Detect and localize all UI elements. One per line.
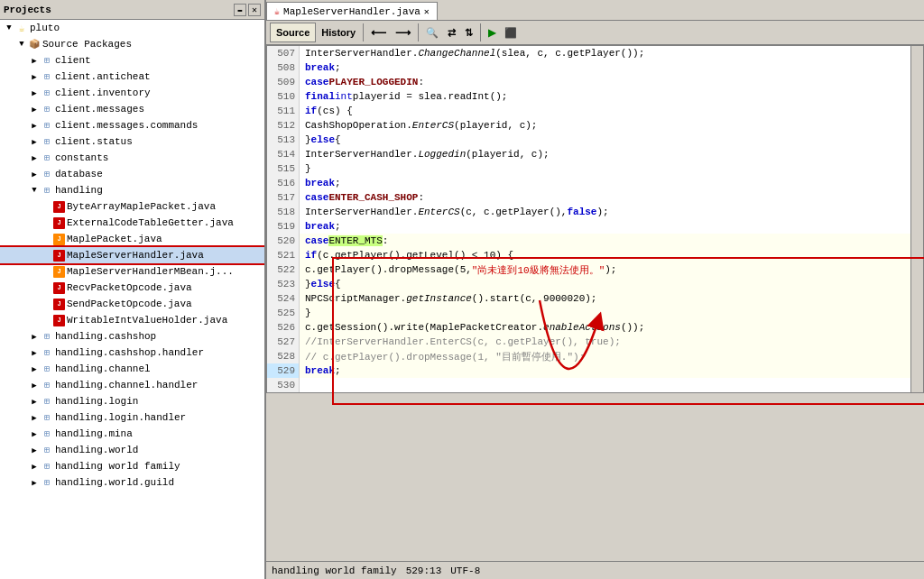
tree-item-client-status[interactable]: ▶⊞client.status	[0, 133, 264, 150]
package-icon: ⊞	[41, 460, 53, 473]
tree-label: handling.cashshop.handler	[55, 347, 204, 358]
tree-label: handling.world	[55, 445, 138, 455]
line-number: 512	[267, 118, 299, 133]
tree-label: WritableIntValueHolder.java	[67, 315, 227, 326]
java-icon: J	[53, 299, 65, 310]
code-line: NPCScriptManager.getInstance().start(c, …	[300, 291, 910, 306]
line-number: 518	[267, 205, 299, 219]
package-icon: ⊞	[41, 103, 53, 115]
tree-item-MapleServerHandler[interactable]: ▶JMapleServerHandler.java	[0, 247, 264, 263]
tree-item-MaplePacket[interactable]: ▶JMaplePacket.java	[0, 231, 264, 247]
tree-item-client-messages-commands[interactable]: ▶⊞client.messages.commands	[0, 117, 264, 133]
expand-icon: ▶	[29, 477, 40, 488]
source-tab-button[interactable]: Source	[270, 23, 316, 42]
tree-label: handling.world.guild	[55, 477, 174, 488]
right-panel: ☕ MapleServerHandler.java ✕ Source Histo…	[266, 0, 924, 579]
tree-label: RecvPacketOpcode.java	[67, 282, 192, 293]
tree-item-handling-channel-handler[interactable]: ▶⊞handling.channel.handler	[0, 377, 264, 393]
code-area[interactable]: InterServerHandler.ChangeChannel(slea, c…	[300, 46, 910, 392]
vertical-scrollbar[interactable]	[910, 46, 923, 392]
line-number: 515	[267, 161, 299, 176]
tree-item-handling-world[interactable]: ▶⊞handling.world	[0, 442, 264, 458]
line-number: 516	[267, 176, 299, 190]
toolbar-back-button[interactable]: ⟵	[367, 23, 390, 42]
code-line: InterServerHandler.Loggedin(playerid, c)…	[300, 147, 910, 161]
code-line: InterServerHandler.ChangeChannel(slea, c…	[300, 46, 910, 60]
tree-item-client-anticheat[interactable]: ▶⊞client.anticheat	[0, 69, 264, 85]
status-encoding: UTF-8	[450, 565, 480, 576]
line-number: 523	[267, 277, 299, 291]
code-line: break;	[300, 60, 910, 75]
package-icon: ⊞	[41, 411, 53, 424]
toolbar-sep-2	[418, 23, 419, 41]
tree-item-client[interactable]: ▶⊞client	[0, 52, 264, 69]
tree-item-client-inventory[interactable]: ▶⊞client.inventory	[0, 85, 264, 101]
status-text: handling world family	[272, 565, 397, 576]
tree-item-MapleServerHandlerMBean[interactable]: ▶JMapleServerHandlerMBean.j...	[0, 263, 264, 280]
tree-label: MapleServerHandlerMBean.j...	[67, 266, 234, 277]
tab-label: MapleServerHandler.java	[283, 6, 420, 17]
line-number: 521	[267, 248, 299, 262]
java-icon: J	[53, 250, 65, 262]
panel-close-button[interactable]: ✕	[248, 4, 261, 16]
code-line: c.getPlayer().dropMessage(5, "尚未達到10級將無法…	[300, 262, 910, 277]
code-line: break;	[300, 363, 910, 378]
code-line	[300, 378, 910, 392]
tree-label: handling.cashshop	[55, 331, 156, 342]
tree-item-handling-cashshop-handler[interactable]: ▶⊞handling.cashshop.handler	[0, 345, 264, 361]
java-icon: J	[53, 315, 65, 326]
tree-item-handling-channel[interactable]: ▶⊞handling.channel	[0, 361, 264, 377]
project-icon: ☕	[15, 22, 28, 34]
line-number: 522	[267, 262, 299, 277]
tree-label: database	[55, 169, 103, 179]
tree-label: client.anticheat	[55, 71, 151, 82]
toolbar-toggle-button[interactable]: ⇅	[461, 23, 476, 42]
tree-item-handling[interactable]: ▼⊞handling	[0, 182, 264, 198]
tree-item-client-messages[interactable]: ▶⊞client.messages	[0, 101, 264, 117]
toolbar-replace-button[interactable]: ⇄	[444, 23, 459, 42]
tree-item-ExternalCodeTableGetter[interactable]: ▶JExternalCodeTableGetter.java	[0, 215, 264, 231]
tree-item-WritableIntValueHolder[interactable]: ▶JWritableIntValueHolder.java	[0, 312, 264, 328]
tree-label: Source Packages	[42, 39, 132, 50]
toolbar-sep-3	[480, 23, 481, 41]
toolbar-fwd-button[interactable]: ⟶	[392, 23, 414, 42]
tree-item-constants[interactable]: ▶⊞constants	[0, 150, 264, 166]
editor-tab-maplesrv[interactable]: ☕ MapleServerHandler.java ✕	[266, 2, 438, 20]
expand-icon: ▶	[29, 136, 40, 147]
toolbar-search-button[interactable]: 🔍	[422, 23, 442, 42]
toolbar-run-button[interactable]: ▶	[485, 23, 499, 42]
line-number: 527	[267, 335, 299, 349]
minimize-button[interactable]: ▬	[234, 4, 246, 16]
history-tab-button[interactable]: History	[318, 23, 359, 42]
tree-item-handling-mina[interactable]: ▶⊞handling.mina	[0, 426, 264, 442]
code-line: //InterServerHandler.EnterCS(c, c.getPla…	[300, 335, 910, 349]
tree-item-handling-login-handler[interactable]: ▶⊞handling.login.handler	[0, 409, 264, 426]
tab-close-button[interactable]: ✕	[424, 6, 430, 17]
expand-icon: ▶	[29, 347, 40, 358]
tree-label: MapleServerHandler.java	[67, 250, 204, 261]
tree-item-source-packages[interactable]: ▼📦Source Packages	[0, 36, 264, 52]
tree-item-handling-login[interactable]: ▶⊞handling.login	[0, 393, 264, 409]
tree-item-handling-world-family[interactable]: ▶⊞handling world family	[0, 458, 264, 474]
tree-label: pluto	[30, 23, 60, 33]
tree-item-SendPacketOpcode[interactable]: ▶JSendPacketOpcode.java	[0, 296, 264, 312]
expand-icon: ▶	[29, 104, 40, 115]
toolbar-debug-button[interactable]: ⬛	[501, 23, 521, 42]
tree-item-ByteArrayMaplePacket[interactable]: ▶JByteArrayMaplePacket.java	[0, 198, 264, 215]
line-number: 509	[267, 75, 299, 89]
tree-item-handling-cashshop[interactable]: ▶⊞handling.cashshop	[0, 328, 264, 345]
package-icon: ⊞	[41, 70, 53, 83]
tree-label: handling.channel.handler	[55, 380, 198, 391]
tree-item-RecvPacketOpcode[interactable]: ▶JRecvPacketOpcode.java	[0, 280, 264, 296]
tree-label: SendPacketOpcode.java	[67, 299, 192, 309]
code-line: } else {	[300, 133, 910, 147]
expand-icon: ▶	[29, 412, 40, 423]
code-container: 5075085095105115125135145155165175185195…	[266, 45, 924, 393]
line-number: 519	[267, 219, 299, 234]
package-icon: ⊞	[41, 168, 53, 180]
status-position: 529:13	[406, 565, 442, 576]
tree-item-database[interactable]: ▶⊞database	[0, 166, 264, 182]
tree-item-pluto[interactable]: ▼☕pluto	[0, 20, 264, 36]
tree-item-handling-world-guild[interactable]: ▶⊞handling.world.guild	[0, 474, 264, 491]
main-layout: Projects ▬ ✕ ▼☕pluto▼📦Source Packages▶⊞c…	[0, 0, 924, 579]
